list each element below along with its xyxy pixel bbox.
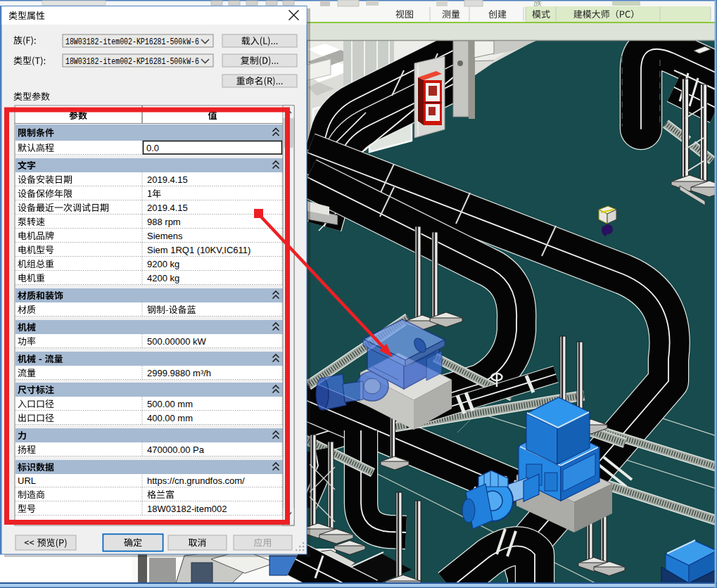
svg-text:400.00 mm: 400.00 mm (147, 413, 193, 423)
svg-text:18W03182-item002: 18W03182-item002 (147, 504, 227, 514)
svg-text:500.00 mm: 500.00 mm (147, 399, 193, 409)
svg-text:2019.4.15: 2019.4.15 (147, 203, 188, 213)
svg-text:470000.00 Pa: 470000.00 Pa (147, 445, 205, 455)
svg-text:2019.4.15: 2019.4.15 (147, 174, 188, 185)
svg-text:URL: URL (18, 475, 36, 486)
svg-text:500.00000 kW: 500.00000 kW (147, 336, 207, 347)
svg-text:Siem 1RQ1 (10KV,IC611): Siem 1RQ1 (10KV,IC611) (147, 245, 250, 255)
svg-text:Siemens: Siemens (147, 231, 183, 241)
svg-text:https://cn.grundfos.com/: https://cn.grundfos.com/ (147, 475, 245, 486)
svg-text:988 rpm: 988 rpm (147, 217, 181, 227)
svg-text:18W03182-item002-KP16281-500kW: 18W03182-item002-KP16281-500kW-6 (65, 37, 199, 47)
svg-text:4200 kg: 4200 kg (147, 273, 179, 283)
svg-text:18W03182-item002-KP16281-500kW: 18W03182-item002-KP16281-500kW-6 (65, 57, 199, 67)
svg-text:9200 kg: 9200 kg (147, 259, 179, 269)
svg-text:0.0: 0.0 (146, 143, 159, 153)
svg-text:2999.9880 m³/h: 2999.9880 m³/h (147, 368, 211, 378)
